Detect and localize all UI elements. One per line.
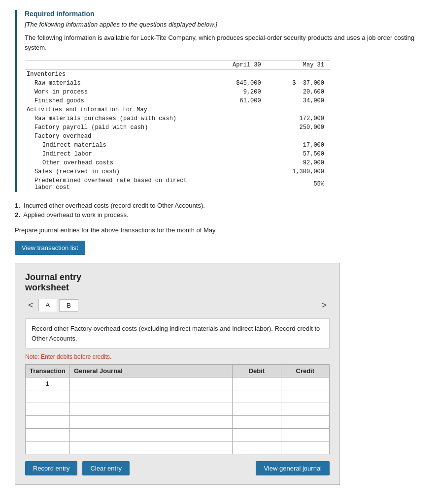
debit-input-2[interactable] — [233, 390, 281, 403]
credit-field-1[interactable] — [281, 378, 329, 390]
general-journal-input-2[interactable] — [69, 390, 232, 403]
entry-row-4 — [26, 416, 330, 429]
view-transaction-list-button[interactable]: View transaction list — [15, 241, 85, 255]
question-1: 1. Incurred other overhead costs (record… — [15, 202, 424, 209]
table-row: Finished goods 61,000 34,900 — [25, 96, 330, 105]
tab-row: < A B > — [25, 299, 330, 312]
table-row: Activities and information for May — [25, 105, 330, 114]
italic-note: [The following information applies to th… — [25, 21, 424, 28]
entry-row-1: 1 — [26, 378, 330, 390]
entry-row-2 — [26, 390, 330, 403]
journal-worksheet-title: Journal entry worksheet — [25, 272, 330, 293]
credit-input-2[interactable] — [281, 390, 329, 403]
debit-input-6[interactable] — [233, 441, 281, 454]
tab-a[interactable]: A — [38, 299, 58, 312]
table-row: Factory overhead — [25, 132, 330, 141]
prepare-text: Prepare journal entries for the above tr… — [15, 226, 424, 234]
table-row: Raw materials purchases (paid with cash)… — [25, 114, 330, 123]
credit-field-2[interactable] — [281, 390, 329, 403]
col-header-credit: Credit — [281, 365, 329, 378]
transaction-num-3 — [26, 403, 70, 416]
main-page: Required information [The following info… — [0, 0, 439, 504]
table-row: Other overhead costs 92,000 — [25, 158, 330, 167]
general-journal-input-6[interactable] — [69, 441, 232, 454]
general-journal-input-5[interactable] — [69, 429, 232, 441]
question-2: 2. Applied overhead to work in process. — [15, 211, 424, 219]
general-journal-field-5[interactable] — [70, 429, 232, 441]
tab-b[interactable]: B — [59, 299, 78, 312]
credit-field-4[interactable] — [281, 416, 329, 428]
general-journal-field-1[interactable] — [70, 378, 232, 390]
debit-input-1[interactable] — [233, 378, 281, 390]
debit-input-3[interactable] — [233, 403, 281, 416]
general-journal-field-2[interactable] — [70, 390, 232, 403]
credit-input-1[interactable] — [281, 378, 329, 390]
general-journal-field-4[interactable] — [70, 416, 232, 428]
debit-input-4[interactable] — [233, 416, 281, 429]
credit-input-3[interactable] — [281, 403, 329, 416]
debit-field-4[interactable] — [233, 416, 280, 428]
required-info-section: Required information [The following info… — [15, 10, 424, 192]
col-header-april: April 30 — [203, 61, 267, 70]
credit-input-4[interactable] — [281, 416, 329, 429]
transaction-num-6 — [26, 441, 70, 454]
col-header-debit: Debit — [233, 365, 281, 378]
record-entry-button[interactable]: Record entry — [25, 461, 77, 475]
table-row: Predetermined overhead rate based on dir… — [25, 176, 330, 192]
transaction-num-5 — [26, 429, 70, 441]
col-header-may: May 31 — [267, 61, 330, 70]
table-row: Factory payroll (paid with cash) 250,000 — [25, 123, 330, 132]
entry-row-3 — [26, 403, 330, 416]
instruction-text: Record other Factory overhead costs (exc… — [32, 325, 320, 342]
bottom-buttons: Record entry Clear entry View general jo… — [25, 461, 330, 475]
table-row: Work in process 9,200 20,600 — [25, 88, 330, 96]
next-tab-button[interactable]: > — [318, 299, 330, 312]
required-info-title: Required information — [25, 10, 424, 18]
transaction-num-2 — [26, 390, 70, 403]
entry-table: Transaction General Journal Debit Credit… — [25, 364, 330, 454]
journal-worksheet: Journal entry worksheet < A B > Record o… — [15, 263, 340, 485]
general-journal-field-6[interactable] — [70, 441, 232, 454]
entry-row-5 — [26, 429, 330, 441]
credit-field-3[interactable] — [281, 403, 329, 415]
col-header-transaction: Transaction — [26, 365, 70, 378]
general-journal-input-3[interactable] — [69, 403, 232, 416]
credit-field-5[interactable] — [281, 429, 329, 441]
note-text: Note: Enter debits before credits. — [25, 353, 330, 360]
debit-field-5[interactable] — [233, 429, 280, 441]
table-row: Indirect labor 57,500 — [25, 150, 330, 158]
debit-field-3[interactable] — [233, 403, 280, 415]
table-row: Indirect materials 17,000 — [25, 141, 330, 150]
general-journal-field-3[interactable] — [70, 403, 232, 415]
table-row: Raw materials $45,000 $ 37,000 — [25, 79, 330, 88]
general-journal-input-4[interactable] — [69, 416, 232, 429]
intro-text: The following information is available f… — [25, 33, 424, 52]
table-row: Sales (received in cash) 1,300,000 — [25, 167, 330, 176]
inventory-table: April 30 May 31 Inventories Raw material… — [25, 60, 330, 192]
entry-row-6 — [26, 441, 330, 454]
prev-tab-button[interactable]: < — [25, 299, 36, 312]
credit-input-6[interactable] — [281, 441, 329, 454]
debit-input-5[interactable] — [233, 429, 281, 441]
credit-field-6[interactable] — [281, 441, 329, 454]
general-journal-input-1[interactable] — [69, 378, 232, 390]
clear-entry-button[interactable]: Clear entry — [82, 461, 130, 475]
view-general-journal-button[interactable]: View general journal — [256, 461, 330, 475]
questions-section: 1. Incurred other overhead costs (record… — [15, 202, 424, 219]
instruction-box: Record other Factory overhead costs (exc… — [25, 318, 330, 348]
debit-field-2[interactable] — [233, 390, 280, 403]
table-row: Inventories — [25, 70, 330, 79]
debit-field-1[interactable] — [233, 378, 280, 390]
credit-input-5[interactable] — [281, 429, 329, 441]
debit-field-6[interactable] — [233, 441, 280, 454]
transaction-num-4 — [26, 416, 70, 429]
col-header-general: General Journal — [69, 365, 232, 378]
transaction-num-1: 1 — [26, 378, 70, 390]
